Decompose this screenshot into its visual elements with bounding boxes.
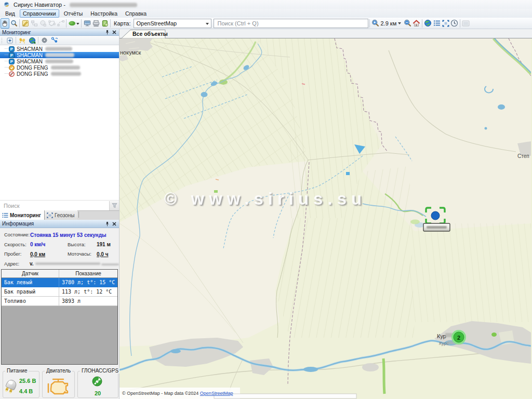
follow-button[interactable] — [17, 36, 27, 45]
print-button[interactable] — [91, 18, 100, 29]
filter-button[interactable] — [109, 201, 119, 210]
tree-item-vehicle[interactable]: DONG FENG — [0, 64, 119, 71]
info-panel-header: Информация — [0, 220, 119, 228]
vehicle-name: SHACMAN — [17, 52, 43, 58]
panel-search[interactable]: Поиск — [0, 200, 119, 210]
track-blob-icon — [68, 20, 79, 27]
info-row-speed-altitude: Скорость: 0 км/ч Высота: 191 м — [0, 240, 119, 250]
pan-tool-button[interactable] — [1, 18, 9, 29]
pin-icon[interactable] — [104, 29, 111, 35]
toolbar-separator — [369, 19, 370, 28]
zoom-scale-value: 2.9 км — [381, 20, 397, 26]
menu-bar: Вид Справочники Отчёты Настройка Справка — [0, 9, 532, 18]
menu-vid[interactable]: Вид — [2, 9, 18, 18]
vehicle-dot — [431, 211, 440, 220]
cluster-marker[interactable]: 2 — [451, 330, 466, 344]
vehicle-name: DONG FENG — [17, 65, 48, 71]
state-label: Состояние: — [0, 232, 30, 237]
map-viewport[interactable]: нокумск Степ © www.sirius.su © www.siriu… — [119, 38, 532, 399]
tree-connector — [5, 48, 9, 49]
menu-spravka[interactable]: Справка — [122, 9, 150, 18]
fit-selection-button[interactable] — [441, 18, 450, 29]
map-provider-value: OpenStreetMap — [137, 20, 177, 26]
vehicle-plate-blurred — [45, 53, 74, 57]
list-icon — [433, 20, 441, 26]
vehicle-status-parked-icon: P — [9, 46, 15, 52]
sensor-row[interactable]: Топливо 3893 л — [2, 297, 117, 306]
zoom-tool-button[interactable] — [9, 18, 18, 29]
selection-icon — [47, 212, 53, 218]
zoom-in-icon — [371, 19, 379, 27]
toolbar-separator — [16, 37, 16, 44]
address-blurred-tail — [101, 263, 119, 265]
link-tool-button[interactable] — [30, 18, 38, 29]
vehicle-tree: P SHACMAN P SHACMAN — [0, 45, 119, 200]
vehicle-plate-blurred — [51, 65, 80, 70]
tree-connector — [5, 73, 9, 74]
menu-nastroika[interactable]: Настройка — [87, 9, 121, 18]
tree-item-vehicle-selected[interactable]: P SHACMAN — [0, 52, 119, 58]
sensor-row[interactable]: Бак правый 113 л; t°: 12 °C — [2, 287, 117, 297]
settings-button[interactable] — [39, 36, 49, 45]
close-panel-icon[interactable] — [111, 221, 117, 227]
expand-all-button[interactable] — [5, 36, 15, 45]
minimap-button[interactable] — [461, 18, 470, 29]
mileage-value: 0,0 км — [30, 251, 68, 257]
history-button[interactable] — [450, 18, 459, 29]
map-attribution: © OpenStreetMap - Map data ©2024 OpenStr… — [122, 391, 233, 396]
home-icon — [413, 20, 420, 27]
vehicle-status-parked-icon: P — [9, 59, 15, 64]
svg-text:P: P — [10, 59, 14, 64]
tree-item-vehicle[interactable]: P SHACMAN — [0, 46, 119, 52]
object-list-button[interactable] — [432, 18, 441, 29]
map-tab-label[interactable]: Все объекты — [132, 31, 168, 37]
toolbar-separator — [81, 19, 82, 28]
map-layers-button[interactable] — [423, 18, 432, 29]
show-on-map-button[interactable] — [27, 36, 37, 45]
app-window: Сириус Навигатор - Вид Справочники Отчёт… — [0, 0, 532, 399]
toolbar-grip[interactable] — [1, 37, 3, 44]
toolbar-separator — [19, 19, 20, 28]
edit-geozones-button[interactable] — [21, 18, 30, 29]
clock-icon — [450, 19, 458, 27]
export-button[interactable] — [100, 18, 109, 29]
tree-item-vehicle[interactable]: P SHACMAN — [0, 58, 119, 64]
sensor-value: 3780 л; t°: 15 °C — [59, 278, 117, 287]
polyline-tool-button[interactable] — [56, 18, 65, 29]
tab-geozones-label: Геозоны — [55, 212, 75, 218]
track-route-button[interactable] — [49, 36, 59, 45]
close-panel-icon[interactable] — [111, 29, 117, 35]
attribution-link[interactable]: OpenStreetMap — [200, 391, 233, 396]
menu-otchety[interactable]: Отчёты — [61, 9, 86, 18]
tab-monitoring[interactable]: Мониторинг — [0, 210, 45, 220]
map-provider-combobox[interactable]: OpenStreetMap — [134, 19, 211, 28]
info-row-address: Адрес: v. — [0, 259, 119, 269]
app-icon — [4, 2, 10, 8]
tab-geozones[interactable]: Геозоны — [45, 210, 78, 220]
value-column-header: Показание — [59, 270, 117, 277]
global-search-input[interactable]: Поиск (Ctrl + Q) — [214, 19, 368, 28]
tree-item-vehicle[interactable]: DONG FENG — [0, 71, 119, 77]
polygon-tool-button[interactable] — [47, 18, 56, 29]
menu-spravochniki[interactable]: Справочники — [20, 9, 59, 18]
track-color-button[interactable] — [68, 18, 80, 29]
circle-tool-button[interactable] — [38, 18, 47, 29]
window-title: Сириус Навигатор - — [14, 2, 65, 8]
info-panel-title: Информация — [2, 221, 104, 227]
pin-icon[interactable] — [104, 221, 111, 227]
zoom-out-button[interactable] — [403, 18, 412, 29]
sensor-row-selected[interactable]: Бак левый 3780 л; t°: 15 °C — [2, 278, 117, 287]
toolbar-separator — [110, 19, 111, 28]
engine-groupbox: Двигатель — [42, 371, 75, 398]
expand-plus-icon — [7, 37, 13, 44]
sensor-table-header: Датчик Показание — [2, 270, 117, 278]
home-view-button[interactable] — [412, 18, 421, 29]
magnifier-icon — [10, 20, 18, 27]
toolbar-separator — [460, 19, 460, 28]
zoom-scale-dropdown-icon[interactable] — [398, 22, 401, 24]
global-search-placeholder: Поиск (Ctrl + Q) — [218, 20, 259, 26]
zoom-in-button[interactable] — [371, 18, 380, 29]
screenshot-button[interactable] — [83, 18, 91, 29]
altitude-label: Высота: — [68, 242, 96, 247]
hours-label: Моточасы: — [68, 251, 96, 257]
